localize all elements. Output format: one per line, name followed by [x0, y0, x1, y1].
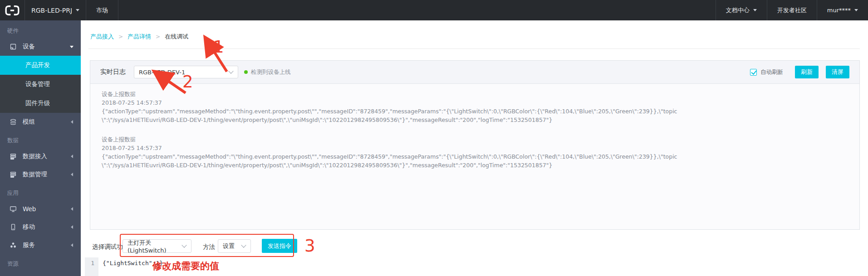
log-entry-time: 2018-07-25 14:57:37	[102, 144, 859, 152]
clear-screen-button[interactable]: 清屏	[826, 66, 849, 78]
chevron-left-icon	[71, 207, 73, 211]
sidebar-item-label: 设备	[23, 43, 35, 51]
editor-gutter: 1	[85, 257, 98, 276]
user-name: mur****	[827, 7, 851, 14]
breadcrumb-separator: >	[156, 34, 160, 40]
chevron-left-icon	[71, 243, 73, 247]
sidebar-item-web[interactable]: Web	[0, 200, 81, 218]
aliyun-logo-icon[interactable]	[0, 0, 25, 20]
device-status-text: 检测到设备上线	[251, 68, 291, 76]
chevron-left-icon	[71, 155, 73, 158]
sidebar-section-app: 应用	[0, 184, 81, 200]
chevron-left-icon	[71, 173, 73, 176]
debug-function-select[interactable]: 主灯开关 (LightSwitch)	[123, 239, 191, 253]
sidebar-item-module[interactable]: 模组	[0, 113, 81, 131]
sidebar-item-product-dev[interactable]: 产品开发	[0, 56, 81, 75]
sidebar-item-label: 模组	[23, 118, 35, 126]
method-select-value: 设置	[223, 242, 235, 250]
log-entry-json: {"actionType":"upstream","messageMethod"…	[102, 107, 680, 124]
project-switcher[interactable]: RGB-LED-PRJ	[25, 0, 86, 20]
project-name: RGB-LED-PRJ	[31, 7, 72, 14]
content: 产品接入 > 产品详情 > 在线调试 实时日志 RGB-LED-DEV-1	[81, 20, 868, 276]
device-submenu: 产品开发 设备管理 固件升级	[0, 56, 81, 113]
auto-refresh-label: 自动刷新	[760, 68, 783, 76]
breadcrumb: 产品接入 > 产品详情 > 在线调试	[90, 33, 188, 41]
auto-refresh-checkbox[interactable]	[750, 69, 757, 76]
sidebar-section-resource: 资源	[0, 254, 81, 271]
online-dot-icon	[244, 70, 248, 74]
sidebar-item-label: 服务	[23, 241, 35, 249]
breadcrumb-online-debug: 在线调试	[165, 33, 188, 41]
sidebar-item-label: Web	[23, 205, 36, 213]
sidebar-item-label: 数据接入	[23, 152, 47, 160]
log-entry-json: {"actionType":"upstream","messageMethod"…	[102, 152, 680, 169]
log-panel-header: 实时日志 RGB-LED-DEV-1 检测到设备上线 自动刷新 刷新 清屏	[90, 61, 859, 84]
chevron-down-icon	[753, 9, 757, 11]
topbar: RGB-LED-PRJ 市场 文档中心 开发者社区 mur****	[0, 0, 868, 20]
chevron-down-icon	[181, 242, 186, 247]
log-entry-time: 2018-07-25 14:57:37	[102, 98, 859, 107]
nav-community[interactable]: 开发者社区	[767, 0, 817, 20]
log-entry: 设备上报数据 2018-07-25 14:57:37 {"actionType"…	[102, 135, 859, 169]
sidebar-item-service[interactable]: 服务	[0, 236, 81, 254]
nav-doc-center[interactable]: 文档中心	[716, 0, 767, 20]
breadcrumb-separator: >	[118, 34, 123, 40]
chevron-down-icon	[76, 9, 79, 11]
editor-code: {"LightSwitch":1}	[103, 260, 163, 266]
method-label: 方法	[203, 243, 215, 251]
sidebar-item-device-mgmt[interactable]: 设备管理	[0, 75, 81, 94]
log-entry-title: 设备上报数据	[102, 90, 859, 98]
annotation-step-3: 3	[304, 236, 315, 256]
debug-function-select-value: 主灯开关 (LightSwitch)	[128, 239, 178, 254]
realtime-log-panel: 实时日志 RGB-LED-DEV-1 检测到设备上线 自动刷新 刷新 清屏	[90, 60, 860, 230]
realtime-log-label: 实时日志	[100, 68, 126, 76]
breadcrumb-product-detail[interactable]: 产品详情	[128, 33, 151, 41]
user-menu[interactable]: mur****	[817, 0, 868, 20]
doc-center-label: 文档中心	[726, 6, 750, 15]
sidebar-item-data-access[interactable]: 数据接入	[0, 147, 81, 165]
chevron-down-icon	[854, 9, 858, 11]
topbar-separator	[118, 0, 118, 20]
editor-line-number: 1	[91, 260, 94, 266]
device-status: 检测到设备上线	[244, 68, 291, 76]
main: 硬件 设备 产品开发 设备管理 固件升级 模组 数据	[0, 20, 868, 276]
aliyun-logo-glyph	[5, 5, 20, 16]
breadcrumb-product-access[interactable]: 产品接入	[90, 33, 114, 41]
chevron-left-icon	[71, 225, 73, 229]
service-cluster-icon	[10, 242, 17, 249]
log-panel-actions: 自动刷新 刷新 清屏	[750, 66, 849, 78]
module-icon	[10, 118, 17, 126]
breadcrumb-divider	[88, 48, 860, 49]
device-select[interactable]: RGB-LED-DEV-1	[134, 66, 238, 78]
sidebar: 硬件 设备 产品开发 设备管理 固件升级 模组 数据	[0, 20, 81, 276]
log-entry-title: 设备上报数据	[102, 135, 859, 144]
nav-market[interactable]: 市场	[86, 0, 118, 20]
chevron-down-icon	[241, 242, 246, 247]
editor-code-area[interactable]: {"LightSwitch":1}	[98, 257, 868, 276]
annotation-step-1: 1	[213, 37, 224, 57]
monitor-icon	[10, 205, 17, 213]
log-entry: 设备上报数据 2018-07-25 14:57:37 {"actionType"…	[102, 90, 859, 124]
sidebar-section-hardware: 硬件	[0, 20, 81, 38]
device-select-value: RGB-LED-DEV-1	[139, 69, 185, 76]
chevron-left-icon	[71, 120, 73, 124]
sidebar-item-device[interactable]: 设备	[0, 38, 81, 56]
sidebar-item-label: 移动	[23, 223, 35, 231]
method-select[interactable]: 设置	[218, 239, 251, 253]
send-command-button[interactable]: 发送指令	[262, 239, 297, 253]
refresh-button[interactable]: 刷新	[795, 66, 819, 78]
phone-icon	[10, 223, 17, 231]
sidebar-item-mobile[interactable]: 移动	[0, 218, 81, 236]
command-editor: 1 {"LightSwitch":1}	[85, 257, 868, 276]
sidebar-item-data-mgmt[interactable]: 数据管理	[0, 165, 81, 184]
chevron-down-icon	[228, 68, 233, 73]
chevron-down-icon	[70, 46, 74, 48]
topbar-right: 文档中心 开发者社区 mur****	[716, 0, 868, 20]
sidebar-item-label: 数据管理	[23, 170, 47, 179]
database-icon	[10, 153, 17, 160]
sidebar-item-firmware[interactable]: 固件升级	[0, 94, 81, 113]
database-icon	[10, 171, 17, 178]
sidebar-section-data: 数据	[0, 131, 81, 147]
log-body[interactable]: 设备上报数据 2018-07-25 14:57:37 {"actionType"…	[90, 84, 859, 229]
device-icon	[10, 43, 17, 50]
